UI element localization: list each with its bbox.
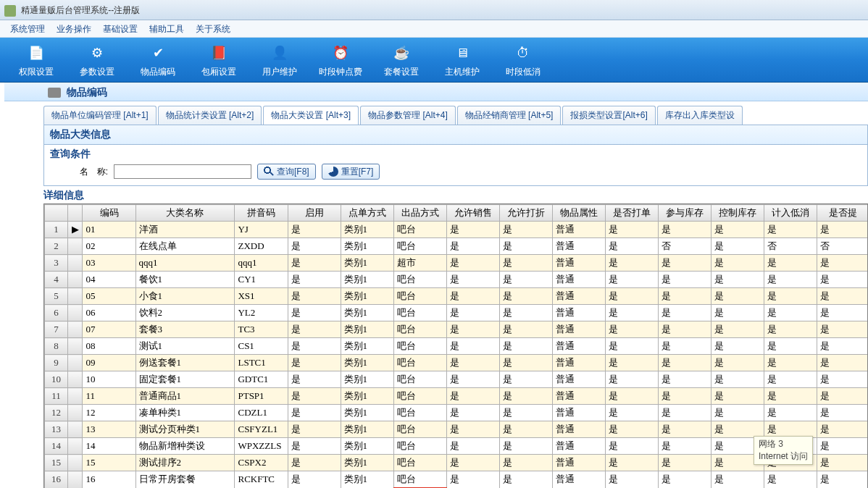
- cell[interactable]: 吧台: [393, 355, 446, 371]
- cell[interactable]: 是: [658, 222, 711, 238]
- cell[interactable]: 类别1: [341, 222, 393, 238]
- cell[interactable]: 是: [605, 405, 658, 421]
- cell[interactable]: 是: [764, 388, 817, 405]
- cell[interactable]: YL2: [235, 305, 288, 321]
- cell[interactable]: 是: [288, 421, 341, 438]
- cell[interactable]: 是: [711, 288, 764, 305]
- cell[interactable]: 是: [446, 238, 499, 255]
- cell[interactable]: 是: [658, 321, 711, 338]
- cell[interactable]: 吧台: [393, 371, 446, 388]
- cell[interactable]: 普通商品1: [135, 388, 235, 405]
- cell[interactable]: 是: [288, 405, 341, 421]
- col-header-6[interactable]: 允许销售: [446, 205, 499, 222]
- col-header-4[interactable]: 点单方式: [341, 205, 393, 222]
- cell[interactable]: 是: [658, 455, 711, 471]
- cell[interactable]: 是: [446, 355, 499, 371]
- cell[interactable]: 吧台: [393, 421, 446, 438]
- cell[interactable]: 是: [288, 255, 341, 272]
- cell[interactable]: 类别1: [341, 455, 393, 471]
- cell[interactable]: 类别1: [341, 321, 393, 338]
- table-row[interactable]: 707套餐3TC3是类别1吧台是是普通是是是是是: [45, 321, 869, 338]
- cell[interactable]: 测试分页种类1: [135, 421, 235, 438]
- toolbar-btn-3[interactable]: 📕包厢设置: [188, 39, 249, 80]
- cell[interactable]: 14: [83, 438, 135, 455]
- col-header-13[interactable]: 是否提: [817, 205, 868, 222]
- cell[interactable]: 是: [658, 255, 711, 272]
- cell[interactable]: 是: [499, 438, 552, 455]
- cell[interactable]: 餐饮1: [135, 272, 235, 288]
- table-row[interactable]: 1313测试分页种类1CSFYZL1是类别1吧台是是普通是是是是是: [45, 421, 869, 438]
- cell[interactable]: 是: [764, 288, 817, 305]
- cell[interactable]: 是: [499, 305, 552, 321]
- cell[interactable]: ZXDD: [235, 238, 288, 255]
- cell[interactable]: 是: [288, 288, 341, 305]
- toolbar-btn-7[interactable]: 🖥主机维护: [432, 39, 493, 80]
- cell[interactable]: 是: [658, 388, 711, 405]
- cell[interactable]: 是: [711, 222, 764, 238]
- cell[interactable]: 是: [446, 338, 499, 355]
- cell[interactable]: 07: [83, 321, 135, 338]
- cell[interactable]: 是: [658, 471, 711, 489]
- data-grid-wrap[interactable]: 编码大类名称拼音码启用点单方式出品方式允许销售允许打折物品属性是否打单参与库存控…: [43, 203, 868, 488]
- cell[interactable]: CDZL1: [235, 405, 288, 421]
- cell[interactable]: 普通: [552, 305, 605, 321]
- table-row[interactable]: 202在线点单ZXDD是类别1吧台是是普通是否是否否: [45, 238, 869, 255]
- cell[interactable]: 是: [658, 438, 711, 455]
- table-row[interactable]: 808测试1CS1是类别1吧台是是普通是是是是是: [45, 338, 869, 355]
- menu-3[interactable]: 辅助工具: [143, 20, 190, 38]
- cell[interactable]: PTSP1: [235, 388, 288, 405]
- cell[interactable]: 是: [711, 238, 764, 255]
- cell[interactable]: 是: [446, 371, 499, 388]
- row-num[interactable]: 15: [45, 455, 68, 471]
- cell[interactable]: 是: [817, 405, 868, 421]
- row-num[interactable]: 4: [45, 272, 68, 288]
- cell[interactable]: 03: [83, 255, 135, 272]
- cell[interactable]: 吧台: [393, 338, 446, 355]
- cell[interactable]: 是: [817, 388, 868, 405]
- name-input[interactable]: [114, 164, 251, 179]
- cell[interactable]: 普通: [552, 272, 605, 288]
- cell[interactable]: 是: [446, 471, 499, 489]
- cell[interactable]: 类别1: [341, 405, 393, 421]
- cell[interactable]: XS1: [235, 288, 288, 305]
- row-num[interactable]: 13: [45, 421, 68, 438]
- menu-2[interactable]: 基础设置: [97, 20, 143, 38]
- cell[interactable]: 是: [446, 305, 499, 321]
- cell[interactable]: 是: [499, 388, 552, 405]
- cell[interactable]: 是: [605, 355, 658, 371]
- cell[interactable]: 是: [288, 471, 341, 489]
- cell[interactable]: 普通: [552, 471, 605, 489]
- cell[interactable]: 类别1: [341, 438, 393, 455]
- cell[interactable]: 吧台: [393, 455, 446, 471]
- cell[interactable]: 吧台: [393, 305, 446, 321]
- table-row[interactable]: 1616日常开房套餐RCKFTC是类别1吧台是是普通是是是是是: [45, 471, 869, 489]
- table-row[interactable]: 404餐饮1CY1是类别1吧台是是普通是是是是是: [45, 272, 869, 288]
- cell[interactable]: 08: [83, 338, 135, 355]
- cell[interactable]: 吧台: [393, 438, 446, 455]
- cell[interactable]: 是: [288, 305, 341, 321]
- cell[interactable]: 在线点单: [135, 238, 235, 255]
- cell[interactable]: 04: [83, 272, 135, 288]
- cell[interactable]: 是: [711, 355, 764, 371]
- cell[interactable]: 是: [658, 371, 711, 388]
- tab-6[interactable]: 库存出入库类型设: [657, 106, 743, 125]
- tab-0[interactable]: 物品单位编码管理 [Alt+1]: [43, 106, 157, 125]
- cell[interactable]: 普通: [552, 355, 605, 371]
- cell[interactable]: 类别1: [341, 371, 393, 388]
- cell[interactable]: 05: [83, 288, 135, 305]
- cell[interactable]: 是: [817, 255, 868, 272]
- cell[interactable]: 是: [499, 371, 552, 388]
- cell[interactable]: TC3: [235, 321, 288, 338]
- cell[interactable]: 是: [764, 321, 817, 338]
- cell[interactable]: 是: [288, 222, 341, 238]
- cell[interactable]: 否: [817, 238, 868, 255]
- cell[interactable]: 是: [499, 471, 552, 489]
- toolbar-btn-6[interactable]: ☕套餐设置: [371, 39, 432, 80]
- cell[interactable]: 是: [658, 405, 711, 421]
- cell[interactable]: 是: [446, 388, 499, 405]
- table-row[interactable]: 1111普通商品1PTSP1是类别1吧台是是普通是是是是是: [45, 388, 869, 405]
- tab-3[interactable]: 物品参数管理 [Alt+4]: [360, 106, 456, 125]
- cell[interactable]: 是: [817, 471, 868, 489]
- cell[interactable]: 类别1: [341, 272, 393, 288]
- col-header-3[interactable]: 启用: [288, 205, 341, 222]
